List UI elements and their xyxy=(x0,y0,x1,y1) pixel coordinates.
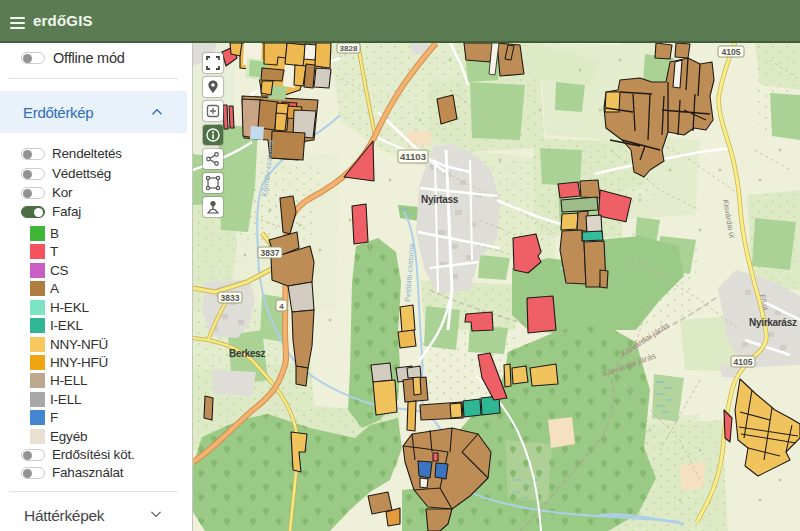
svg-text:Berkesz: Berkesz xyxy=(229,348,266,359)
svg-text:3833: 3833 xyxy=(221,293,240,303)
svg-text:Nyírtass: Nyírtass xyxy=(421,194,459,205)
svg-text:4105: 4105 xyxy=(722,47,741,57)
svg-text:41103: 41103 xyxy=(400,151,426,162)
svg-text:4: 4 xyxy=(279,302,284,311)
svg-text:Nyírkarász: Nyírkarász xyxy=(749,317,797,328)
svg-text:3828: 3828 xyxy=(340,44,358,53)
svg-text:3837: 3837 xyxy=(261,248,280,258)
svg-text:4105: 4105 xyxy=(734,357,753,367)
